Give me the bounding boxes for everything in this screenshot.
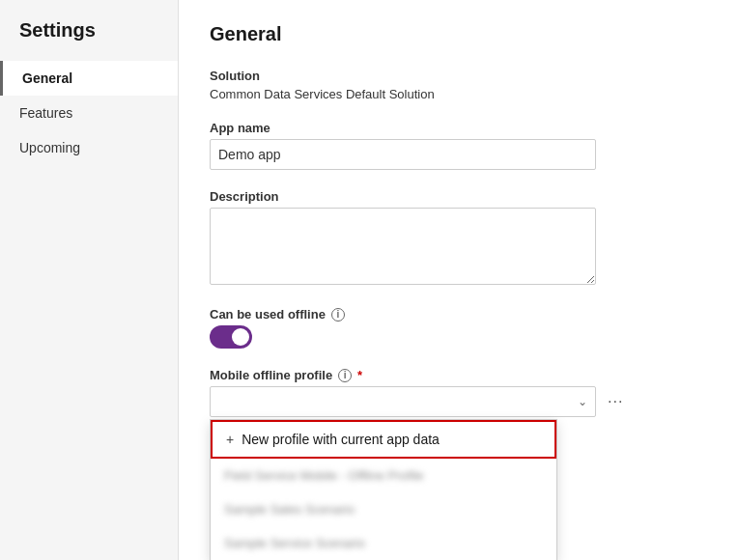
required-star: * <box>357 368 362 382</box>
solution-label: Solution <box>210 69 708 83</box>
sidebar-title: Settings <box>0 19 178 61</box>
blurred-option-3: Sample Service Scenario <box>224 536 365 550</box>
description-input[interactable] <box>210 208 596 285</box>
description-field: Description <box>210 189 708 288</box>
offline-label: Can be used offline i <box>210 307 708 322</box>
dropdown-row: ⌄ + New profile with current app data Fi… <box>210 386 708 417</box>
plus-icon: + <box>226 432 234 447</box>
dropdown-item-2[interactable]: Sample Sales Scenario <box>211 492 556 526</box>
main-content: General Solution Common Data Services De… <box>179 0 739 560</box>
dropdown-item-3[interactable]: Sample Service Scenario <box>211 526 556 560</box>
offline-field: Can be used offline i <box>210 307 708 349</box>
solution-value: Common Data Services Default Solution <box>210 87 708 101</box>
page-title: General <box>210 23 708 45</box>
sidebar: Settings General Features Upcoming <box>0 0 179 560</box>
blurred-option-2: Sample Sales Scenario <box>224 502 355 517</box>
offline-info-icon[interactable]: i <box>331 308 345 322</box>
dropdown-item-1[interactable]: Field Service Mobile - Offline Profile <box>211 459 556 492</box>
chevron-down-icon: ⌄ <box>578 395 587 408</box>
app-name-input[interactable] <box>210 139 596 170</box>
dropdown-menu: + New profile with current app data Fiel… <box>210 419 557 560</box>
app-name-field: App name <box>210 121 708 170</box>
sidebar-item-features[interactable]: Features <box>0 96 178 130</box>
sidebar-item-upcoming[interactable]: Upcoming <box>0 130 178 165</box>
toggle-knob <box>232 328 249 346</box>
mobile-profile-dropdown[interactable]: ⌄ <box>210 386 596 417</box>
offline-toggle-wrapper <box>210 325 708 349</box>
mobile-profile-info-icon[interactable]: i <box>338 369 352 382</box>
app-name-label: App name <box>210 121 708 135</box>
blurred-option-1: Field Service Mobile - Offline Profile <box>224 468 423 483</box>
new-profile-option[interactable]: + New profile with current app data <box>211 420 556 459</box>
sidebar-item-general[interactable]: General <box>0 61 178 96</box>
solution-field: Solution Common Data Services Default So… <box>210 69 708 101</box>
mobile-offline-profile-field: Mobile offline profile i * ⌄ + New profi… <box>210 368 708 417</box>
new-profile-label: New profile with current app data <box>242 432 440 447</box>
mobile-offline-profile-label: Mobile offline profile i * <box>210 368 708 382</box>
more-options-button[interactable]: ··· <box>604 389 627 414</box>
description-label: Description <box>210 189 708 204</box>
offline-toggle[interactable] <box>210 325 252 349</box>
dropdown-wrapper: ⌄ + New profile with current app data Fi… <box>210 386 596 417</box>
